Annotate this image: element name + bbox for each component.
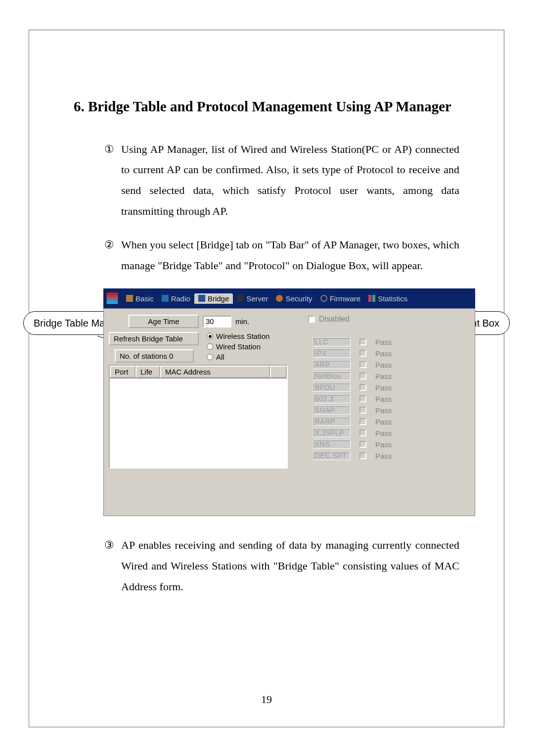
col-life[interactable]: Life — [135, 366, 160, 378]
bullet-2: ② — [104, 235, 114, 276]
item-text-2: When you select [Bridge] tab on "Tab Bar… — [121, 235, 459, 276]
section-heading: 6. Bridge Table and Protocol Management … — [74, 90, 459, 124]
radio-all[interactable]: All — [207, 353, 269, 361]
pass-checkbox[interactable] — [359, 429, 366, 436]
figure: Bridge Table Management Box Protocol Man… — [29, 288, 504, 521]
pass-label: Pass — [375, 372, 392, 380]
proto-row-x25plp: X.25PLPPass — [313, 428, 456, 437]
proto-name: IPX — [313, 349, 351, 358]
tab-basic[interactable]: Basic — [122, 293, 158, 304]
tab-bridge-label: Bridge — [208, 294, 229, 303]
pass-checkbox[interactable] — [359, 350, 366, 357]
pass-label: Pass — [375, 440, 392, 449]
pass-label: Pass — [375, 418, 392, 426]
proto-row-snap: SNAPPass — [313, 406, 456, 415]
pass-label: Pass — [375, 452, 392, 460]
tab-basic-label: Basic — [135, 294, 154, 303]
proto-row-llc: LLCPass — [313, 337, 456, 346]
radio-wireless-station[interactable]: Wireless Station — [207, 332, 269, 340]
radio-selected-icon — [207, 333, 213, 339]
list-item: ③ AP enables receiving and sending of da… — [104, 535, 459, 597]
page-number: 19 — [29, 693, 504, 706]
radio-wired-label: Wired Station — [216, 342, 261, 351]
tab-firmware[interactable]: Firmware — [316, 293, 365, 304]
age-time-button[interactable]: Age Time — [129, 315, 199, 328]
disabled-label: Disabled — [319, 315, 350, 324]
section-number: 6. — [74, 98, 85, 114]
bullet-3: ③ — [104, 535, 114, 597]
radio-wireless-label: Wireless Station — [216, 332, 269, 340]
col-port[interactable]: Port — [110, 366, 135, 378]
proto-row-decspt: DEC SPTPass — [313, 451, 456, 460]
firmware-icon — [320, 295, 327, 302]
pass-label: Pass — [375, 361, 392, 369]
proto-row-ipx: IPXPass — [313, 349, 456, 358]
pass-label: Pass — [375, 429, 392, 437]
tab-server[interactable]: Server — [233, 293, 272, 304]
window-icon — [106, 292, 118, 304]
tab-security[interactable]: Security — [272, 293, 316, 304]
tab-security-label: Security — [285, 294, 312, 303]
tab-server-label: Server — [246, 294, 268, 303]
bridge-table-panel: Age Time min. Refresh Bridge Table No. o… — [104, 309, 299, 516]
proto-name: BPDU — [313, 383, 351, 392]
bridge-icon — [198, 295, 205, 302]
server-icon — [237, 295, 244, 302]
pass-label: Pass — [375, 395, 392, 403]
pass-checkbox[interactable] — [359, 373, 366, 379]
proto-name: SNAP — [313, 406, 351, 415]
tab-radio-label: Radio — [171, 294, 190, 303]
list-item: ① Using AP Manager, list of Wired and Wi… — [104, 139, 459, 222]
section-title-text: Bridge Table and Protocol Management Usi… — [88, 98, 451, 114]
disabled-checkbox[interactable] — [308, 316, 315, 323]
proto-name: LLC — [313, 337, 351, 346]
security-icon — [276, 295, 283, 302]
pass-checkbox[interactable] — [359, 361, 366, 368]
no-of-stations-button[interactable]: No. of stations 0 — [115, 349, 194, 363]
pass-checkbox[interactable] — [359, 338, 366, 345]
pass-checkbox[interactable] — [359, 407, 366, 414]
tab-radio[interactable]: Radio — [158, 293, 194, 304]
pass-checkbox[interactable] — [359, 384, 366, 391]
item-text-3: AP enables receiving and sending of data… — [121, 535, 459, 597]
pass-label: Pass — [375, 338, 392, 346]
proto-name: X.25PLP — [313, 428, 351, 437]
stats-icon — [368, 295, 375, 302]
age-time-input[interactable] — [203, 316, 231, 328]
tab-statistics[interactable]: Statistics — [364, 293, 411, 304]
pass-checkbox[interactable] — [359, 418, 366, 425]
tab-bar: Basic Radio Bridge Server Security Firmw… — [103, 288, 475, 308]
proto-name: DEC SPT — [313, 451, 351, 460]
proto-row-8023: 802.3Pass — [313, 394, 456, 403]
list-item: ② When you select [Bridge] tab on "Tab B… — [104, 235, 459, 276]
proto-row-xns: XNSPass — [313, 440, 456, 449]
proto-row-arp: ARPPass — [313, 360, 456, 369]
dialogue-box: Age Time min. Refresh Bridge Table No. o… — [103, 308, 475, 516]
pass-checkbox[interactable] — [359, 452, 366, 459]
radio-all-label: All — [216, 353, 224, 361]
radio-icon — [162, 295, 169, 302]
tab-firmware-label: Firmware — [330, 294, 361, 303]
radio-unselected-icon — [207, 343, 213, 350]
pass-label: Pass — [375, 383, 392, 392]
tab-statistics-label: Statistics — [378, 294, 407, 303]
proto-name: 802.3 — [313, 394, 351, 403]
pass-label: Pass — [375, 349, 392, 358]
tab-bridge[interactable]: Bridge — [194, 293, 233, 304]
pass-label: Pass — [375, 406, 392, 415]
proto-row-bpdu: BPDUPass — [313, 383, 456, 392]
col-mac-address[interactable]: MAC Address — [160, 366, 270, 378]
col-spacer — [270, 366, 287, 378]
radio-unselected-icon — [207, 354, 213, 360]
pass-checkbox[interactable] — [359, 441, 366, 448]
refresh-bridge-table-button[interactable]: Refresh Bridge Table — [109, 332, 199, 345]
bridge-table-list[interactable]: Port Life MAC Address — [109, 365, 288, 469]
basic-icon — [126, 295, 133, 302]
proto-name: RARP — [313, 417, 351, 426]
proto-name: NetBios — [313, 372, 351, 380]
item-text-1: Using AP Manager, list of Wired and Wire… — [121, 139, 459, 222]
table-header: Port Life MAC Address — [110, 366, 287, 378]
proto-name: XNS — [313, 440, 351, 449]
radio-wired-station[interactable]: Wired Station — [207, 342, 269, 351]
pass-checkbox[interactable] — [359, 395, 366, 402]
